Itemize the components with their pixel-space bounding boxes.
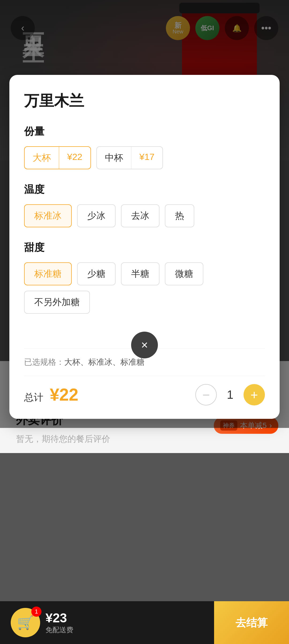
size-medium-price: ¥17	[131, 147, 163, 169]
size-large-price: ¥22	[59, 147, 90, 169]
size-option-large[interactable]: 大杯 ¥22	[24, 146, 91, 169]
close-modal-button[interactable]: ×	[131, 332, 158, 358]
sugar-option-none[interactable]: 不另外加糖	[24, 291, 90, 314]
cart-area: 🛒 1 ¥23 免配送费	[0, 608, 214, 637]
reviews-empty-text: 暂无，期待您的餐后评价	[16, 433, 273, 445]
selected-specs-value: 大杯、标准冰、标准糖	[64, 358, 144, 366]
delivery-fee-label: 免配送费	[45, 625, 73, 635]
product-options-modal: 万里木兰 份量 大杯 ¥22 中杯 ¥17 温度 标准冰 少冰 去冰 热 甜度 …	[9, 75, 280, 419]
temp-section-label: 温度	[24, 183, 265, 196]
selected-specs-label: 已选规格：	[24, 358, 64, 366]
size-options: 大杯 ¥22 中杯 ¥17	[24, 146, 265, 169]
checkout-button[interactable]: 去结算	[214, 601, 289, 644]
temp-option-no-ice[interactable]: 去冰	[121, 204, 159, 227]
sugar-options: 标准糖 少糖 半糖 微糖 不另外加糖	[24, 262, 265, 314]
quantity-display: 1	[225, 388, 235, 401]
sugar-section-label: 甜度	[24, 241, 265, 254]
total-label: 总计	[24, 391, 43, 404]
cart-icon-wrapper[interactable]: 🛒 1	[11, 608, 40, 637]
total-row: 总计 ¥22 − 1 +	[24, 376, 265, 405]
total-price-area: 总计 ¥22	[24, 385, 78, 405]
increase-quantity-button[interactable]: +	[244, 384, 265, 405]
size-medium-name: 中杯	[97, 147, 131, 169]
cart-price-area: ¥23 免配送费	[45, 611, 73, 635]
size-section-label: 份量	[24, 125, 265, 138]
temp-options: 标准冰 少冰 去冰 热	[24, 204, 265, 227]
bottom-bar: 🛒 1 ¥23 免配送费 去结算	[0, 601, 289, 644]
cart-item-count: 1	[31, 607, 41, 617]
selected-specs-text: 已选规格：大杯、标准冰、标准糖	[24, 357, 265, 368]
size-option-medium[interactable]: 中杯 ¥17	[96, 146, 163, 169]
size-large-name: 大杯	[25, 147, 59, 169]
sugar-option-standard[interactable]: 标准糖	[24, 262, 72, 285]
quantity-controls: − 1 +	[195, 384, 265, 405]
sugar-option-light[interactable]: 微糖	[165, 262, 203, 285]
temp-option-hot[interactable]: 热	[165, 204, 194, 227]
sugar-option-half[interactable]: 半糖	[121, 262, 159, 285]
temp-option-less-ice[interactable]: 少冰	[77, 204, 116, 227]
modal-product-title: 万里木兰	[24, 91, 265, 111]
cart-icon: 🛒	[17, 615, 34, 630]
sugar-option-less[interactable]: 少糖	[77, 262, 116, 285]
total-price-value: ¥22	[50, 385, 78, 405]
cart-total-price: ¥23	[45, 611, 73, 625]
decrease-quantity-button[interactable]: −	[195, 384, 217, 405]
temp-option-standard-ice[interactable]: 标准冰	[24, 204, 72, 227]
